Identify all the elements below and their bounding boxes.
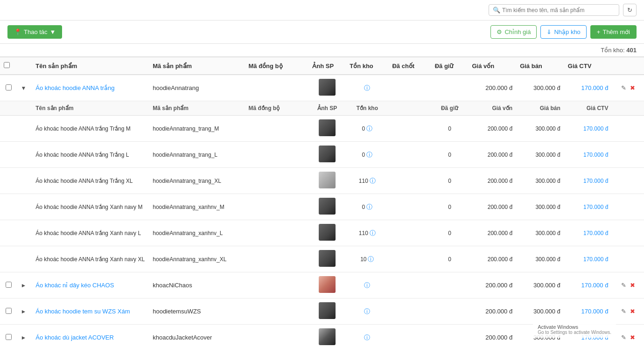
row-checkbox[interactable] bbox=[6, 334, 12, 340]
child-chot-cell bbox=[388, 194, 431, 220]
row-checkbox[interactable] bbox=[6, 282, 12, 288]
child-sync-cell bbox=[245, 220, 309, 246]
info-icon[interactable]: ⓘ bbox=[370, 229, 376, 237]
action-button-label: Thao tác bbox=[24, 28, 48, 35]
child-stock-cell: 0 ⓘ bbox=[346, 142, 388, 168]
child-ctv-cell: 170.000 đ bbox=[564, 142, 612, 168]
expand-cell[interactable]: ► bbox=[17, 298, 32, 325]
expand-button[interactable]: ► bbox=[21, 334, 26, 341]
product-da-giu-cell bbox=[431, 325, 469, 347]
product-name-link[interactable]: Áo khoác dù jacket ACOVER bbox=[35, 334, 114, 341]
row-checkbox-cell[interactable] bbox=[0, 75, 17, 101]
product-sku-cell: khoacduJacketAcover bbox=[149, 325, 245, 347]
header-checkbox[interactable] bbox=[0, 57, 17, 75]
nhap-kho-button[interactable]: ⇓ Nhập kho bbox=[540, 25, 586, 39]
product-stock-cell: ⓘ bbox=[346, 325, 388, 347]
product-img-cell bbox=[308, 325, 346, 347]
child-header-row: Tên sản phẩm Mã sản phẩm Mã đồng bộ Ảnh … bbox=[0, 101, 644, 116]
product-name-link[interactable]: Áo khoác nỉ dây kéo CHAOS bbox=[35, 282, 114, 289]
child-img-cell bbox=[308, 142, 346, 168]
refresh-button[interactable]: ↻ bbox=[623, 4, 637, 16]
search-input[interactable] bbox=[502, 7, 615, 14]
info-icon[interactable]: ⓘ bbox=[364, 308, 370, 315]
stock-value: 401 bbox=[626, 47, 637, 54]
plus-icon: + bbox=[597, 28, 601, 35]
info-icon[interactable]: ⓘ bbox=[366, 151, 372, 159]
row-checkbox-cell[interactable] bbox=[0, 272, 17, 298]
product-image bbox=[319, 250, 336, 267]
child-chot-cell bbox=[388, 246, 431, 272]
child-header-ctv: Giá CTV bbox=[564, 101, 612, 116]
child-img-cell bbox=[308, 168, 346, 194]
child-sku-cell: hoodieAnnatrang_trang_L bbox=[149, 142, 245, 168]
header-gia-ban: Giá bán bbox=[516, 57, 564, 75]
delete-icon[interactable]: ✖ bbox=[630, 84, 635, 91]
edit-icon[interactable]: ✎ bbox=[621, 308, 626, 315]
header-image: Ảnh SP bbox=[308, 57, 346, 75]
child-blank bbox=[0, 142, 32, 168]
top-bar: 🔍 ↻ bbox=[0, 0, 644, 21]
row-checkbox[interactable] bbox=[6, 308, 12, 314]
info-icon[interactable]: ⓘ bbox=[364, 334, 370, 341]
info-icon[interactable]: ⓘ bbox=[364, 84, 370, 91]
expand-cell[interactable]: ► bbox=[17, 325, 32, 347]
product-name-link[interactable]: Áo khoác hoodie tem su WZS Xám bbox=[35, 308, 130, 315]
header-da-chot: Đã chốt bbox=[388, 57, 431, 75]
child-actions-cell bbox=[612, 168, 644, 194]
expand-cell[interactable]: ▼ bbox=[17, 75, 32, 101]
delete-icon[interactable]: ✖ bbox=[630, 282, 635, 289]
header-gia-von: Giá vốn bbox=[468, 57, 516, 75]
windows-activate-overlay: Activate Windows Go to Settings to activ… bbox=[533, 321, 616, 338]
child-ban-cell: 300.000 đ bbox=[516, 116, 564, 142]
chevron-down-icon: ▼ bbox=[50, 28, 56, 35]
edit-icon[interactable]: ✎ bbox=[621, 282, 626, 289]
product-img-cell bbox=[308, 272, 346, 298]
child-ctv-cell: 170.000 đ bbox=[564, 116, 612, 142]
info-icon[interactable]: ⓘ bbox=[368, 255, 374, 264]
product-gia-von-cell: 200.000 đ bbox=[468, 325, 516, 347]
child-von-cell: 200.000 đ bbox=[468, 246, 516, 272]
child-von-cell: 200.000 đ bbox=[468, 116, 516, 142]
row-checkbox-cell[interactable] bbox=[0, 298, 17, 325]
child-header-von: Giá vốn bbox=[468, 101, 516, 116]
row-checkbox-cell[interactable] bbox=[0, 325, 17, 347]
product-da-chot-cell bbox=[388, 272, 431, 298]
child-ctv-cell: 170.000 đ bbox=[564, 168, 612, 194]
child-stock-cell: 110 ⓘ bbox=[346, 168, 388, 194]
expand-button[interactable]: ► bbox=[21, 282, 26, 289]
header-sku: Mã sản phẩm bbox=[149, 57, 245, 75]
select-all-checkbox[interactable] bbox=[4, 62, 10, 68]
edit-icon[interactable]: ✎ bbox=[621, 334, 626, 341]
action-button[interactable]: 📍 Thao tác ▼ bbox=[7, 25, 62, 39]
nhap-kho-label: Nhập kho bbox=[554, 28, 580, 35]
child-img-cell bbox=[308, 220, 346, 246]
delete-icon[interactable]: ✖ bbox=[630, 308, 635, 315]
product-sync-cell bbox=[245, 298, 309, 325]
info-icon[interactable]: ⓘ bbox=[366, 125, 372, 133]
expand-button[interactable]: ▼ bbox=[21, 85, 26, 91]
expand-button[interactable]: ► bbox=[21, 308, 26, 315]
product-gia-ban-cell: 300.000 đ bbox=[516, 272, 564, 298]
them-moi-button[interactable]: + Thêm mới bbox=[590, 25, 637, 39]
child-actions-cell bbox=[612, 194, 644, 220]
product-da-chot-cell bbox=[388, 298, 431, 325]
expand-cell[interactable]: ► bbox=[17, 272, 32, 298]
child-ctv-cell: 170.000 đ bbox=[564, 194, 612, 220]
child-ban-cell: 300.000 đ bbox=[516, 142, 564, 168]
product-stock-cell: ⓘ bbox=[346, 272, 388, 298]
info-icon[interactable]: ⓘ bbox=[370, 177, 376, 185]
product-img-cell bbox=[308, 298, 346, 325]
product-name-link[interactable]: Áo khoác hoodie ANNA trắng bbox=[35, 84, 114, 91]
delete-icon[interactable]: ✖ bbox=[630, 334, 635, 341]
search-box[interactable]: 🔍 bbox=[489, 4, 619, 16]
products-table: Tên sản phẩm Mã sản phẩm Mã đồng bộ Ảnh … bbox=[0, 57, 644, 347]
child-sku-cell: hoodieAnnatrang_xanhnv_L bbox=[149, 220, 245, 246]
row-checkbox[interactable] bbox=[6, 84, 12, 90]
chinh-gia-button[interactable]: ⚙ Chỉnh giá bbox=[490, 25, 537, 39]
info-icon[interactable]: ⓘ bbox=[364, 282, 370, 289]
edit-icon[interactable]: ✎ bbox=[621, 84, 626, 91]
product-gia-ban-cell: 300.000 đ bbox=[516, 298, 564, 325]
product-sync-cell bbox=[245, 325, 309, 347]
product-image bbox=[319, 328, 336, 345]
info-icon[interactable]: ⓘ bbox=[366, 203, 372, 211]
